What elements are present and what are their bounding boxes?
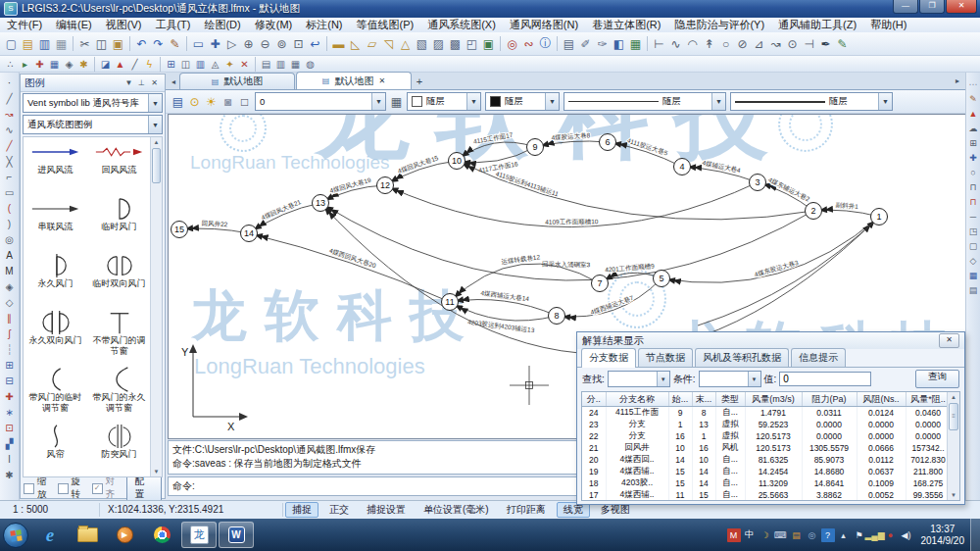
arc-left-tool-button[interactable]: (	[2, 200, 18, 216]
column-header[interactable]: 风阻(Ns..	[857, 392, 906, 407]
edit-attribute-button[interactable]: ✑	[594, 35, 611, 52]
chevron-down-icon[interactable]: ▼	[148, 94, 162, 112]
menu-item-3[interactable]: 视图(V)	[99, 18, 149, 32]
snap-nearest-button[interactable]: ∿	[667, 35, 684, 52]
block-insert-button[interactable]: ◧	[611, 35, 627, 52]
draw-line-button[interactable]: ▬	[330, 35, 347, 52]
corner-tool-button[interactable]: ⌐	[2, 169, 18, 184]
scrollbar-thumb[interactable]	[152, 148, 161, 183]
save-view-button[interactable]: ▥	[193, 57, 208, 71]
pin-icon[interactable]: ⊥	[135, 76, 148, 89]
stretch-h-button[interactable]: Ⅰ	[2, 451, 18, 467]
menu-item-5[interactable]: 绘图(D)	[197, 18, 247, 32]
triangle-net-button[interactable]: ◬	[208, 57, 222, 71]
menu-item-1[interactable]: 文件(F)	[0, 18, 49, 32]
symbol-library-select[interactable]: Vent symbol lib 通风符号库 ▼	[23, 93, 163, 113]
taskbar-clock[interactable]: 13:37 2014/9/20	[915, 524, 971, 547]
column-header[interactable]: 风量(m3/s)	[745, 392, 802, 407]
diamond-button[interactable]: ◇	[966, 253, 980, 268]
layer-select[interactable]: 0 ▼	[255, 92, 386, 111]
menu-item-14[interactable]: 帮助(H)	[863, 18, 913, 32]
menu-item-12[interactable]: 隐患防治与评价(Y)	[667, 18, 771, 32]
box-button[interactable]: ▢	[966, 238, 980, 253]
status-button-2[interactable]: 正交	[322, 502, 356, 518]
wmp-taskbar-button[interactable]: ▶	[107, 522, 142, 548]
close-button[interactable]: ✕	[946, 0, 977, 14]
circle-target-tool-button[interactable]: ◎	[2, 231, 18, 247]
start-button[interactable]	[1, 522, 30, 548]
rotate-checkbox[interactable]	[58, 483, 69, 494]
chevron-down-icon[interactable]: ▼	[878, 93, 892, 110]
snap-extension-button[interactable]: ⊣	[801, 35, 817, 52]
group-button[interactable]: ⊡	[2, 420, 18, 435]
menu-item-9[interactable]: 通风系统图(X)	[420, 18, 503, 32]
linetype-select[interactable]: 随层 ▼	[564, 92, 726, 111]
warning-triangle-button[interactable]: ▲	[966, 106, 980, 121]
select-arrow-button[interactable]: ▷	[223, 35, 240, 52]
new-tab-button[interactable]: +	[413, 75, 426, 89]
tab-close-icon[interactable]: ✕	[378, 76, 385, 85]
pen-button[interactable]: ✒	[817, 35, 834, 52]
diamond-tool-button[interactable]: ◈	[62, 57, 76, 71]
zoom-1-1-button[interactable]: ⊡	[290, 35, 307, 52]
input-chinese-icon[interactable]: 中	[743, 528, 757, 542]
configure-button[interactable]: 配置	[126, 474, 162, 503]
star-tool-button[interactable]: ✱	[76, 57, 91, 71]
pan-button[interactable]: ✚	[207, 35, 223, 52]
cross-line-tool-button[interactable]: ╳	[2, 153, 18, 169]
draw-contour-button[interactable]: ◹	[380, 35, 397, 52]
dialog-close-icon[interactable]: ✕	[939, 333, 959, 348]
column-header[interactable]: 始...	[668, 392, 692, 407]
new-file-button[interactable]: ▢	[3, 35, 20, 52]
layer-lock-icon[interactable]: ◙	[220, 93, 236, 110]
snap-angle-button[interactable]: ⊿	[751, 35, 767, 52]
cloud-button[interactable]: ☁	[966, 121, 980, 135]
print-button[interactable]: ▦	[53, 35, 70, 52]
panel-close-icon[interactable]: ✕	[148, 76, 161, 89]
keyboard-icon[interactable]: ⌨	[774, 528, 788, 542]
chevron-down-icon[interactable]: ▼	[748, 372, 760, 386]
ie-taskbar-button[interactable]: e	[32, 522, 68, 548]
layer-freeze-sun-icon[interactable]: ☀	[203, 93, 220, 110]
results-dialog-titlebar[interactable]: 解算结果显示 ✕	[577, 332, 964, 349]
align-right-button[interactable]: ⊟	[2, 373, 18, 388]
table-row[interactable]: 184203胶..1514自...11.320914.86410.1009168…	[582, 477, 951, 489]
snap-arc-button[interactable]: ◠	[684, 35, 701, 52]
snap-center-button[interactable]: ⊙	[784, 35, 801, 52]
array-object-button[interactable]: ▩	[447, 35, 464, 52]
grid-small-button[interactable]: ⊞	[966, 135, 980, 150]
table-row[interactable]: 194煤西辅..1514自...14.245414.86800.0637211.…	[582, 466, 951, 477]
line-tool-button[interactable]: ╱	[2, 90, 18, 106]
mesh-button[interactable]: ▞	[2, 435, 18, 451]
sheet-view-button[interactable]: ▤	[259, 57, 273, 71]
tab-map-1[interactable]: ▤默认地图	[179, 73, 295, 89]
table-row[interactable]: 23分支113虚拟59.25230.00000.00000.0000	[582, 419, 951, 430]
printer-icon[interactable]: ▦	[388, 93, 405, 110]
paste-button[interactable]: ▣	[110, 35, 126, 52]
column-header[interactable]: 类型	[715, 392, 745, 407]
select-window-button[interactable]: ▭	[190, 35, 207, 52]
legend-panel-header[interactable]: 图例 ▼ ⊥ ✕	[21, 75, 165, 92]
copy-button[interactable]: ◫	[93, 35, 110, 52]
chevron-down-icon[interactable]: ▼	[466, 93, 480, 110]
table-row[interactable]: 204煤西回..1410自...81.632585.90730.01127012…	[582, 454, 951, 466]
layer-grid-button[interactable]: ▦	[47, 57, 62, 71]
results-tab-1[interactable]: 分支数据	[581, 348, 636, 368]
legend-item-permanent-regulator-with-damper[interactable]: 带风门的永久调节窗	[87, 367, 151, 424]
explorer-taskbar-button[interactable]	[70, 522, 105, 548]
stretch-v-button[interactable]: ✱	[2, 467, 18, 482]
edit-text-button[interactable]: ✐	[577, 35, 594, 52]
status-button-4[interactable]: 单位设置(毫米)	[416, 502, 496, 518]
chevron-down-icon[interactable]: ▼	[148, 116, 162, 133]
results-tab-2[interactable]: 节点数据	[638, 348, 693, 367]
sheet-edit-button[interactable]: ▥	[273, 57, 288, 71]
section-button[interactable]: ◪	[98, 57, 113, 71]
slope-line-button[interactable]: ╱	[127, 57, 142, 71]
basket-icon[interactable]: ▤	[790, 528, 804, 542]
help-icon[interactable]: ?	[821, 528, 835, 542]
status-button-3[interactable]: 捕捉设置	[360, 502, 413, 518]
warning-flag-button[interactable]: ▲	[113, 57, 127, 71]
play-button[interactable]: ▸	[18, 57, 32, 71]
snap-node-button[interactable]: ↟	[701, 35, 717, 52]
show-desktop-button[interactable]	[970, 519, 980, 551]
